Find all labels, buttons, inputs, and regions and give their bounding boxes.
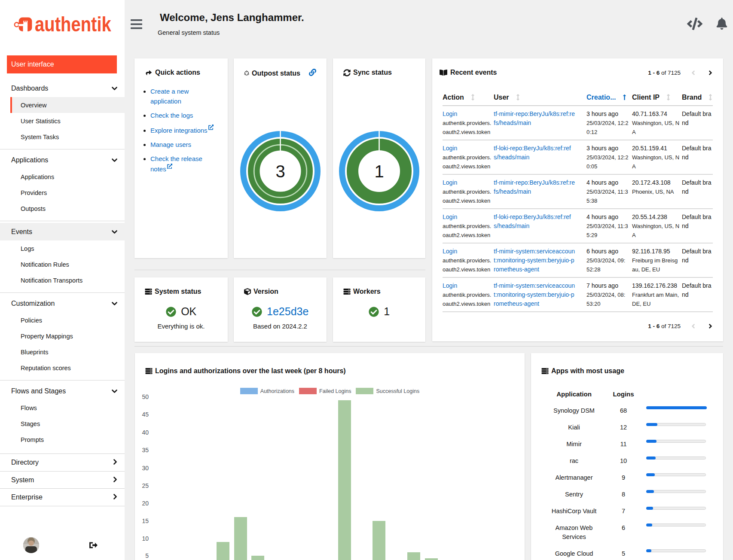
svg-text:authentik: authentik [35,14,111,36]
